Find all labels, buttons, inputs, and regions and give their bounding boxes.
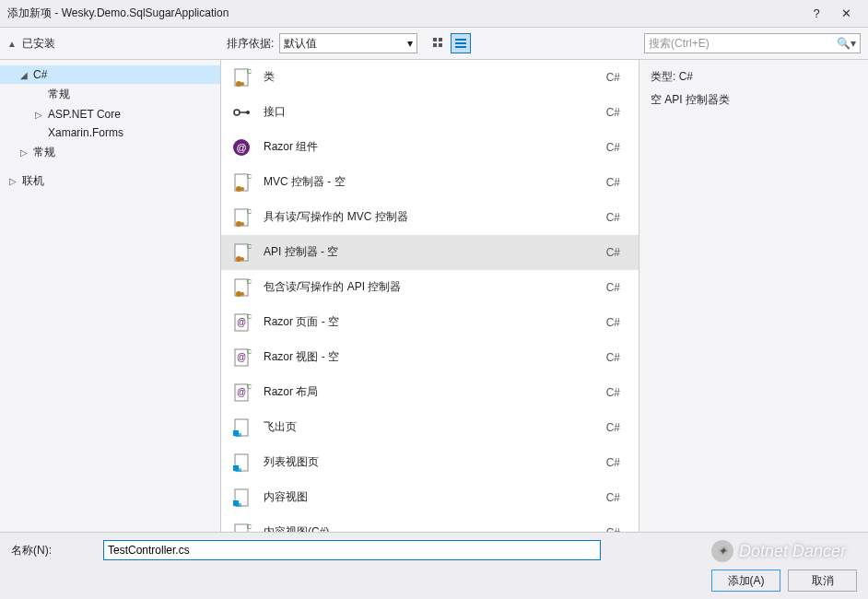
template-name: 列表视图页 [264,454,595,470]
template-item[interactable]: C#API 控制器 - 空C# [221,235,639,270]
template-item[interactable]: 飞出页C# [221,410,639,445]
svg-text:C#: C# [247,173,252,180]
help-button[interactable]: ? [802,6,831,20]
sort-label: 排序依据: [227,36,274,52]
template-icon [230,487,252,509]
svg-point-19 [240,187,244,191]
sidebar-item-label: C# [33,68,47,81]
search-input[interactable]: 搜索(Ctrl+E) 🔍▾ [644,33,861,53]
chevron-down-icon: ▾ [407,37,413,50]
template-lang: C# [606,71,629,84]
template-item[interactable]: @C#Razor 页面 - 空C# [221,305,639,340]
template-name: 内容视图(C#) [264,524,595,532]
template-icon: @ [230,136,252,159]
template-icon [230,452,252,474]
sidebar: ◢ C# 常规 ▷ ASP.NET Core Xamarin.Forms ▷ 常… [0,60,221,532]
svg-rect-46 [236,468,241,472]
template-lang: C# [606,211,629,224]
template-item[interactable]: 接口C# [221,95,639,130]
window-title: 添加新项 - Wesky.Demo.SqlSugarApplication [7,6,802,21]
svg-rect-5 [455,42,466,44]
template-name: Razor 组件 [264,139,595,155]
sidebar-item-csharp[interactable]: ◢ C# [0,65,220,84]
svg-text:C#: C# [247,348,252,355]
svg-text:C#: C# [247,68,252,75]
template-name: Razor 布局 [264,384,595,400]
template-item[interactable]: @C#Razor 视图 - 空C# [221,340,639,375]
template-list[interactable]: C#类C#接口C#@Razor 组件C#C#MVC 控制器 - 空C#C#具有读… [221,60,639,532]
template-item[interactable]: C#包含读/写操作的 API 控制器C# [221,270,639,305]
sidebar-item-label: 常规 [48,87,70,102]
template-item[interactable]: @Razor 组件C# [221,130,639,165]
svg-text:@: @ [237,387,246,397]
name-input[interactable] [103,540,601,560]
sidebar-item-online[interactable]: ▷ 联机 [0,170,220,192]
svg-point-13 [246,111,250,114]
template-lang: C# [606,386,629,399]
svg-rect-0 [433,38,437,41]
template-icon: C# [230,276,252,299]
toolbar-left: ▲ 已安装 [7,36,221,52]
template-icon: @C# [230,382,252,404]
template-name: 接口 [264,104,595,120]
details-panel: 类型: C# 空 API 控制器类 [639,60,868,532]
template-icon: C# [230,522,252,533]
svg-text:C#: C# [247,523,252,530]
sidebar-item-xamarin[interactable]: Xamarin.Forms [0,123,220,142]
template-item[interactable]: C#内容视图(C#)C# [221,515,639,532]
template-lang: C# [606,281,629,294]
svg-rect-1 [439,38,442,41]
name-label: 名称(N): [11,543,94,558]
template-item[interactable]: 列表视图页C# [221,445,639,480]
template-name: API 控制器 - 空 [264,244,595,260]
button-row: 添加(A) 取消 [11,570,857,592]
cancel-button[interactable]: 取消 [788,570,857,592]
svg-rect-49 [236,503,241,507]
add-button[interactable]: 添加(A) [711,570,780,592]
template-item[interactable]: C#MVC 控制器 - 空C# [221,165,639,200]
main-area: ◢ C# 常规 ▷ ASP.NET Core Xamarin.Forms ▷ 常… [0,60,868,532]
toolbar-mid: 排序依据: 默认值 ▾ [227,33,471,53]
template-icon: C# [230,206,252,229]
template-icon: C# [230,66,252,88]
close-button[interactable]: ✕ [831,6,861,20]
template-lang: C# [606,456,629,469]
template-lang: C# [606,246,629,259]
svg-text:C#: C# [247,383,252,390]
template-icon: C# [230,171,252,194]
template-icon [230,101,252,123]
installed-label: 已安装 [22,36,55,52]
detail-type-label: 类型: [651,70,675,83]
svg-point-23 [240,222,244,226]
svg-rect-3 [439,43,442,47]
svg-rect-4 [455,39,466,41]
template-lang: C# [606,106,629,119]
sort-value: 默认值 [284,36,317,52]
template-name: Razor 视图 - 空 [264,349,595,365]
sidebar-item-general[interactable]: 常规 [0,84,220,105]
collapse-icon[interactable]: ▲ [7,39,17,49]
template-icon: @C# [230,346,252,369]
template-item[interactable]: C#具有读/写操作的 MVC 控制器C# [221,200,639,235]
bottom-bar: 名称(N): 添加(A) 取消 [0,532,868,599]
sidebar-item-general2[interactable]: ▷ 常规 [0,142,220,163]
template-name: MVC 控制器 - 空 [264,174,595,190]
template-lang: C# [606,141,629,154]
view-list-button[interactable] [451,33,471,53]
svg-rect-50 [235,524,248,533]
template-name: 飞出页 [264,419,595,435]
svg-text:C#: C# [247,208,252,215]
svg-rect-43 [236,433,241,437]
svg-point-27 [240,257,244,261]
view-grid-button[interactable] [428,33,449,53]
template-icon: C# [230,241,252,264]
svg-point-10 [240,82,244,86]
sidebar-item-aspnetcore[interactable]: ▷ ASP.NET Core [0,105,220,123]
sort-dropdown[interactable]: 默认值 ▾ [279,33,417,53]
template-item[interactable]: C#类C# [221,60,639,95]
sidebar-item-label: ASP.NET Core [48,108,121,121]
template-icon: @C# [230,311,252,334]
search-icon: 🔍▾ [837,37,856,50]
template-item[interactable]: @C#Razor 布局C# [221,375,639,410]
template-item[interactable]: 内容视图C# [221,480,639,515]
